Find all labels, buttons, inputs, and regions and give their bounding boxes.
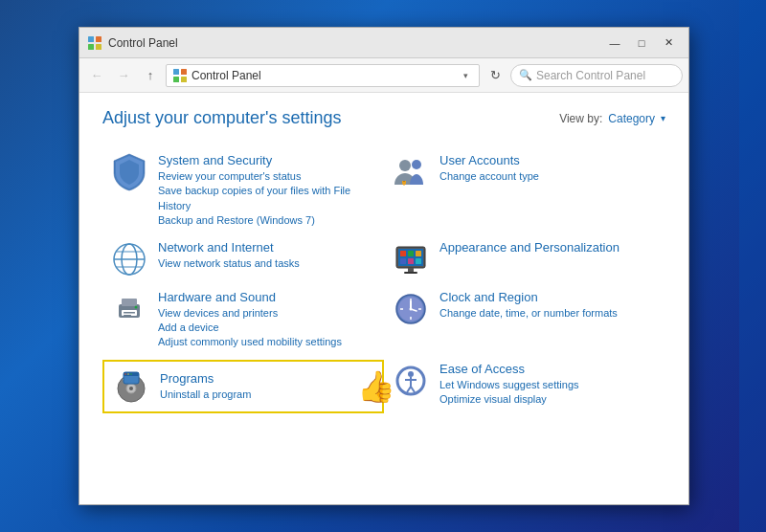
hardware-name[interactable]: Hardware and Sound: [158, 290, 376, 304]
appearance-name[interactable]: Appearance and Personalization: [439, 240, 658, 255]
category-system-security[interactable]: System and Security Review your computer…: [102, 147, 384, 234]
category-appearance[interactable]: Appearance and Personalization: [384, 234, 665, 284]
close-button[interactable]: ✕: [656, 33, 681, 53]
page-title: Adjust your computer's settings: [102, 108, 342, 128]
search-icon: 🔍: [519, 69, 532, 81]
svg-rect-20: [416, 251, 421, 256]
network-name[interactable]: Network and Internet: [158, 240, 376, 255]
svg-rect-25: [404, 272, 417, 274]
svg-rect-7: [181, 77, 187, 82]
refresh-button[interactable]: ↻: [484, 64, 507, 87]
category-hardware[interactable]: Hardware and Sound View devices and prin…: [102, 284, 384, 356]
hardware-link1[interactable]: View devices and printers: [158, 306, 376, 321]
system-security-link2[interactable]: Save backup copies of your files with Fi…: [158, 184, 376, 213]
system-security-text: System and Security Review your computer…: [158, 153, 376, 229]
user-accounts-text: User Accounts Change account type: [439, 153, 658, 184]
svg-rect-23: [416, 258, 421, 264]
nav-bar: ← → ↑ Control Panel ▾ ↻ 🔍 Search Control…: [79, 58, 688, 93]
category-clock[interactable]: Clock and Region Change date, time, or n…: [384, 284, 665, 356]
network-icon: [110, 240, 148, 278]
control-panel-window: Control Panel — □ ✕ ← → ↑ Control Panel …: [79, 27, 689, 505]
svg-point-8: [399, 160, 411, 171]
svg-rect-18: [400, 251, 406, 256]
minimize-button[interactable]: —: [602, 33, 627, 53]
address-dropdown-icon[interactable]: ▾: [458, 68, 473, 83]
svg-rect-2: [88, 44, 94, 50]
forward-button[interactable]: →: [112, 64, 135, 87]
appearance-icon: [392, 240, 430, 278]
clock-link1[interactable]: Change date, time, or number formats: [439, 306, 658, 321]
category-programs[interactable]: Programs Uninstall a program 👍: [102, 360, 384, 413]
user-accounts-icon: [392, 153, 430, 191]
svg-rect-3: [96, 44, 101, 50]
window-icon: [87, 35, 102, 51]
search-bar[interactable]: 🔍 Search Control Panel: [510, 64, 683, 87]
clock-name[interactable]: Clock and Region: [439, 290, 658, 304]
svg-rect-21: [400, 258, 406, 264]
category-user-accounts[interactable]: User Accounts Change account type: [384, 147, 665, 234]
address-text: Control Panel: [192, 69, 458, 82]
address-bar[interactable]: Control Panel ▾: [166, 64, 480, 87]
title-bar: Control Panel — □ ✕: [79, 28, 688, 58]
address-icon: [172, 68, 188, 83]
svg-rect-29: [124, 312, 135, 314]
svg-point-9: [412, 160, 421, 169]
svg-point-40: [410, 307, 413, 310]
search-placeholder-text: Search Control Panel: [536, 69, 645, 82]
network-link1[interactable]: View network status and tasks: [158, 256, 376, 271]
clock-icon: [392, 290, 430, 328]
svg-point-31: [135, 305, 138, 308]
programs-icon: [112, 367, 150, 406]
svg-rect-27: [122, 299, 137, 306]
ease-link2[interactable]: Optimize visual display: [439, 392, 658, 407]
ease-text: Ease of Access Let Windows suggest setti…: [439, 362, 658, 408]
window-title: Control Panel: [108, 36, 602, 50]
svg-point-46: [124, 373, 126, 375]
up-button[interactable]: ↑: [139, 64, 162, 87]
programs-link1[interactable]: Uninstall a program: [160, 388, 374, 402]
svg-point-48: [130, 373, 132, 375]
svg-point-47: [127, 373, 129, 375]
ease-icon: [392, 362, 430, 400]
user-accounts-name[interactable]: User Accounts: [439, 153, 658, 167]
programs-name[interactable]: Programs: [160, 371, 374, 386]
view-by-arrow-icon[interactable]: ▾: [661, 113, 665, 123]
svg-rect-4: [173, 69, 179, 75]
category-ease[interactable]: Ease of Access Let Windows suggest setti…: [384, 356, 665, 413]
svg-rect-5: [181, 69, 187, 75]
ease-name[interactable]: Ease of Access: [439, 362, 658, 376]
svg-point-43: [129, 387, 133, 390]
hardware-text: Hardware and Sound View devices and prin…: [158, 290, 376, 350]
categories-grid: System and Security Review your computer…: [102, 147, 665, 413]
system-security-name[interactable]: System and Security: [158, 153, 376, 167]
view-by-label: View by:: [559, 112, 602, 125]
maximize-button[interactable]: □: [629, 33, 654, 53]
ease-link1[interactable]: Let Windows suggest settings: [439, 378, 658, 392]
svg-rect-0: [88, 36, 94, 42]
main-content: Adjust your computer's settings View by:…: [79, 93, 688, 504]
hardware-link2[interactable]: Add a device: [158, 321, 376, 335]
svg-rect-24: [408, 268, 414, 272]
thumbs-up-icon: 👍: [357, 368, 395, 405]
category-network[interactable]: Network and Internet View network status…: [102, 234, 384, 284]
clock-text: Clock and Region Change date, time, or n…: [439, 290, 658, 321]
hardware-link3[interactable]: Adjust commonly used mobility settings: [158, 335, 376, 349]
svg-rect-19: [408, 251, 414, 256]
svg-rect-22: [408, 258, 414, 264]
network-text: Network and Internet View network status…: [158, 240, 376, 271]
system-security-icon: [110, 153, 148, 191]
svg-line-54: [411, 387, 415, 392]
view-by-value[interactable]: Category: [608, 112, 655, 125]
svg-rect-10: [403, 181, 405, 182]
svg-rect-30: [124, 315, 131, 317]
appearance-text: Appearance and Personalization: [439, 240, 658, 256]
system-security-link1[interactable]: Review your computer's status: [158, 169, 376, 184]
back-button[interactable]: ←: [85, 64, 108, 87]
user-accounts-link1[interactable]: Change account type: [439, 169, 658, 184]
svg-point-50: [408, 371, 414, 377]
window-controls: — □ ✕: [602, 33, 681, 53]
system-security-link3[interactable]: Backup and Restore (Windows 7): [158, 213, 376, 228]
hardware-icon: [110, 290, 148, 328]
svg-rect-6: [173, 77, 179, 82]
header-row: Adjust your computer's settings View by:…: [102, 108, 665, 128]
